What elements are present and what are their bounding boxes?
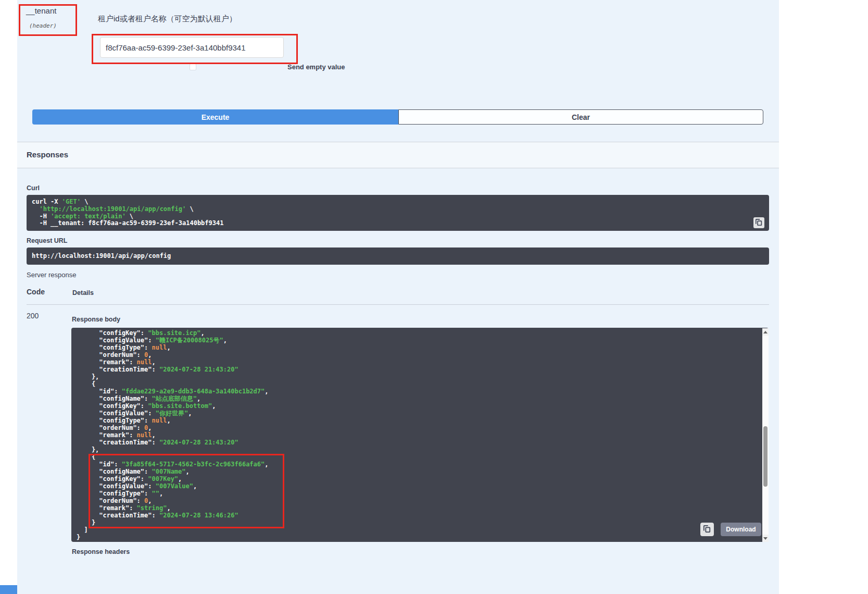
clear-button[interactable]: Clear xyxy=(398,109,763,125)
response-body-label: Response body xyxy=(72,316,120,323)
response-body-json: "configKey": "bbs.site.icp", "configValu… xyxy=(71,328,769,542)
clipboard-icon xyxy=(703,525,711,534)
send-empty-value-checkbox[interactable] xyxy=(190,64,196,70)
arrow-down-icon xyxy=(763,537,768,540)
server-response-label: Server response xyxy=(27,271,76,279)
execute-button[interactable]: Execute xyxy=(32,109,398,125)
request-url-value: http://localhost:19001/api/app/config xyxy=(27,247,769,265)
copy-response-button[interactable] xyxy=(700,523,714,536)
scroll-up-button[interactable] xyxy=(762,328,769,336)
curl-command-block: curl -X 'GET' \ 'http://localhost:19001/… xyxy=(27,195,769,231)
scrollbar-thumb[interactable] xyxy=(763,426,768,487)
response-headers-label: Response headers xyxy=(72,548,130,555)
curl-label: Curl xyxy=(27,184,40,192)
response-body-scrollbar[interactable] xyxy=(762,328,769,542)
responses-title: Responses xyxy=(27,150,68,159)
table-header-divider xyxy=(27,304,769,305)
details-column-header: Details xyxy=(72,289,94,296)
clipboard-icon xyxy=(756,219,762,227)
parameter-location: (header) xyxy=(29,22,57,29)
responses-section-header xyxy=(17,142,779,168)
code-column-header: Code xyxy=(27,288,45,296)
next-opblock-fragment xyxy=(0,585,17,594)
copy-curl-button[interactable] xyxy=(753,217,764,228)
scroll-down-button[interactable] xyxy=(762,535,769,542)
parameter-description: 租户id或者租户名称（可空为默认租户） xyxy=(98,14,237,24)
status-code: 200 xyxy=(27,312,39,320)
tenant-value-input[interactable] xyxy=(100,37,284,58)
download-button[interactable]: Download xyxy=(721,523,761,536)
arrow-up-icon xyxy=(763,331,768,333)
swagger-get-operation-panel: __tenant (header) 租户id或者租户名称（可空为默认租户） Se… xyxy=(0,0,868,594)
parameter-name: __tenant xyxy=(26,6,56,15)
request-url-label: Request URL xyxy=(27,237,67,244)
send-empty-value-label: Send empty value xyxy=(287,63,345,71)
